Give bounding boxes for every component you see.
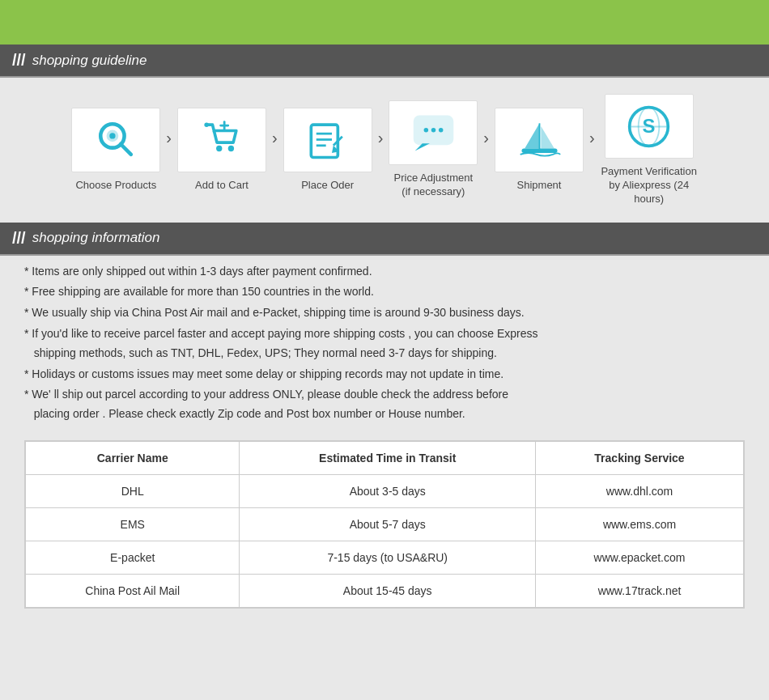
info-chevron-icon: /// — [12, 229, 26, 248]
top-banner — [0, 0, 769, 45]
ship-icon — [517, 117, 562, 162]
col-carrier: Carrier Name — [26, 442, 240, 475]
info-line-1: * Items are only shipped out within 1-3 … — [24, 262, 745, 282]
svg-marker-20 — [525, 124, 539, 149]
svg-marker-21 — [541, 126, 554, 149]
carrier-ems: EMS — [26, 508, 240, 541]
transit-ems: About 5-7 days — [240, 508, 536, 541]
svg-point-18 — [439, 128, 444, 133]
svg-text:S: S — [643, 114, 656, 136]
step-choose-products: Choose Products — [67, 108, 164, 193]
search-icon — [94, 117, 138, 162]
step-price-adjustment: Price Adjustment(if necessary) — [384, 100, 482, 199]
step-payment-verification: S Payment Verification by Aliexpress (24… — [597, 94, 702, 206]
arrow-3: › — [378, 129, 384, 147]
step-add-to-cart-label: Add to Cart — [195, 179, 249, 193]
step-choose-products-label: Choose Products — [75, 179, 156, 193]
cart-icon — [199, 117, 244, 162]
tracking-dhl: www.dhl.com — [536, 475, 744, 508]
step-place-order-label: Place Oder — [301, 179, 354, 193]
info-line-6: * We' ll ship out parcel according to yo… — [24, 385, 745, 424]
table-header-row: Carrier Name Estimated Time in Transit T… — [26, 442, 744, 475]
carrier-epacket: E-packet — [26, 541, 240, 575]
info-line-4: * If you'd like to receive parcel faster… — [24, 325, 745, 363]
info-line-2: * Free shipping are available for more t… — [24, 282, 745, 302]
step-price-adjustment-label: Price Adjustment(if necessary) — [394, 172, 474, 199]
info-line-5: * Holidays or customs issues may meet so… — [24, 365, 745, 384]
arrow-2: › — [272, 129, 278, 147]
guideline-title: shopping guideline — [32, 53, 147, 69]
information-header: /// shopping information — [0, 223, 769, 254]
step-choose-products-box — [71, 108, 160, 172]
transit-dhl: About 3-5 days — [240, 475, 536, 508]
table-row: China Post Ail Mail About 15-45 days www… — [26, 575, 744, 608]
svg-point-17 — [431, 128, 436, 133]
arrow-1: › — [166, 129, 172, 147]
svg-point-5 — [217, 146, 223, 151]
arrow-4: › — [483, 129, 489, 147]
step-shipment-box — [495, 108, 584, 172]
info-line-3: * We usually ship via China Post Air mai… — [24, 303, 745, 323]
table-row: EMS About 5-7 days www.ems.com — [26, 508, 744, 541]
step-shipment-label: Shipment — [517, 179, 562, 193]
step-place-order: Place Oder — [279, 108, 376, 193]
shipping-table: Carrier Name Estimated Time in Transit T… — [24, 440, 745, 609]
information-text: * Items are only shipped out within 1-3 … — [0, 256, 769, 432]
chat-icon — [411, 111, 456, 155]
information-title: shopping information — [32, 230, 160, 246]
step-payment-verification-label: Payment Verification by Aliexpress (24 h… — [597, 165, 702, 206]
svg-point-6 — [228, 146, 234, 151]
svg-point-16 — [423, 128, 428, 133]
transit-epacket: 7-15 days (to USA&RU) — [240, 541, 536, 575]
svg-point-3 — [109, 134, 115, 139]
steps-container: Choose Products › Add to Cart › — [0, 78, 769, 223]
step-shipment: Shipment — [491, 108, 588, 193]
carrier-dhl: DHL — [26, 475, 240, 508]
svg-line-2 — [121, 144, 131, 155]
arrow-5: › — [589, 129, 595, 147]
table-row: DHL About 3-5 days www.dhl.com — [26, 475, 744, 508]
tracking-china-post: www.17track.net — [536, 575, 744, 608]
chevron-icon: /// — [12, 51, 26, 70]
order-icon — [305, 117, 350, 162]
payment-icon: S — [627, 104, 671, 149]
step-add-to-cart-box — [177, 108, 266, 172]
carrier-china-post: China Post Ail Mail — [26, 575, 240, 608]
tracking-epacket: www.epacket.com — [536, 541, 744, 575]
step-place-order-box — [283, 108, 372, 172]
guideline-header: /// shopping guideline — [0, 45, 769, 76]
transit-china-post: About 15-45 days — [240, 575, 536, 608]
table-row: E-packet 7-15 days (to USA&RU) www.epack… — [26, 541, 744, 575]
col-transit: Estimated Time in Transit — [240, 442, 536, 475]
step-payment-verification-box: S — [605, 94, 694, 159]
col-tracking: Tracking Service — [536, 442, 744, 475]
step-price-adjustment-box — [389, 100, 478, 165]
tracking-ems: www.ems.com — [536, 508, 744, 541]
step-add-to-cart: Add to Cart — [173, 108, 270, 193]
